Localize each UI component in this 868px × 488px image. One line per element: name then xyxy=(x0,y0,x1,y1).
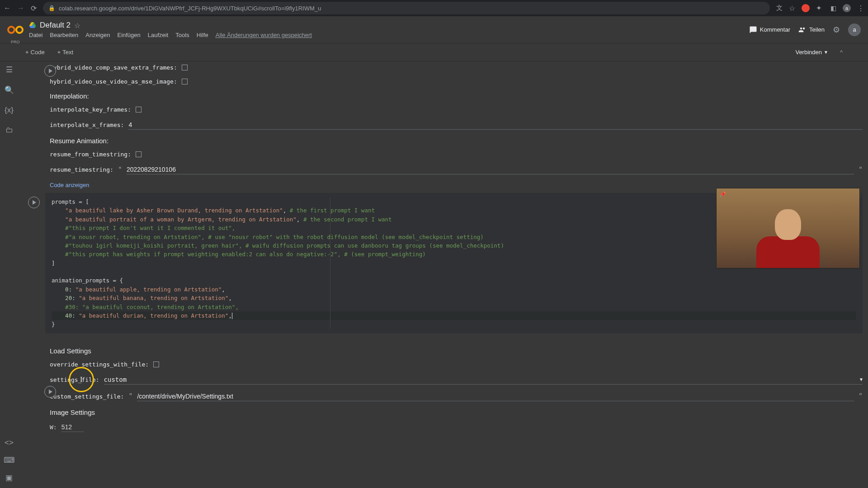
extensions-puzzle-icon[interactable]: ✦ xyxy=(816,4,824,12)
colab-logo[interactable] xyxy=(7,22,24,38)
gear-icon[interactable]: ⚙ xyxy=(833,25,840,35)
colab-header: PRO Default 2 ☆ Datei Bearbeiten Anzeige… xyxy=(0,16,868,43)
image-settings-header: Image Settings xyxy=(50,408,863,416)
add-text-button[interactable]: +Text xyxy=(54,47,77,57)
browser-menu-icon[interactable]: ⋮ xyxy=(857,4,864,13)
field-label: interpolate_x_frames: xyxy=(50,122,124,128)
quote-open: " xyxy=(128,392,132,400)
code-line[interactable]: 20: "a beautiful banana, trending on Art… xyxy=(52,294,856,302)
drive-icon xyxy=(29,22,36,29)
reload-button[interactable]: ⟳ xyxy=(31,4,37,13)
resume-header: Resume Animation: xyxy=(50,137,863,145)
code-ruler xyxy=(330,197,330,329)
document-title[interactable]: Default 2 xyxy=(40,21,71,30)
menu-datei[interactable]: Datei xyxy=(29,32,42,38)
menu-hilfe[interactable]: Hilfe xyxy=(197,32,208,38)
custom-settings-input[interactable] xyxy=(137,392,854,401)
chevron-down-icon: ▼ xyxy=(824,50,828,55)
main-content: hybrid_video_comp_save_extra_frames: hyb… xyxy=(18,61,868,488)
menu-bearbeiten[interactable]: Bearbeiten xyxy=(50,32,78,38)
quote-close: " xyxy=(859,392,863,400)
code-line[interactable]: } xyxy=(52,320,856,328)
field-label: resume_from_timestring: xyxy=(50,151,131,158)
code-line[interactable]: animation_prompts = { xyxy=(52,276,856,285)
code-line[interactable]: 40: "a beautiful durian, trending on Art… xyxy=(52,311,856,320)
menu-anzeigen[interactable]: Anzeigen xyxy=(85,32,110,38)
interpolate-x-input[interactable] xyxy=(128,120,863,130)
share-people-icon xyxy=(798,26,807,34)
quote-open: " xyxy=(118,166,122,174)
hybrid-save-extra-checkbox[interactable] xyxy=(182,65,188,70)
star-icon[interactable]: ☆ xyxy=(74,21,80,30)
field-label: resume_timestring: xyxy=(50,166,113,173)
w-input[interactable] xyxy=(61,422,84,432)
resume-from-checkbox[interactable] xyxy=(136,151,142,157)
user-avatar[interactable]: a xyxy=(848,23,861,36)
comment-button[interactable]: Kommentar xyxy=(749,26,790,34)
files-icon[interactable]: 🗀 xyxy=(5,126,13,135)
field-label: W: xyxy=(50,424,57,431)
code-line[interactable]: 0: "a beautiful apple, trending on Artst… xyxy=(52,285,856,294)
panel-icon[interactable]: ◧ xyxy=(830,5,836,12)
field-label: settings_file: xyxy=(50,376,99,383)
notebook-toolbar: +Code +Text Verbinden ▼ ^ xyxy=(0,43,868,61)
override-settings-checkbox[interactable] xyxy=(153,361,159,367)
resume-timestring-input[interactable] xyxy=(127,165,854,174)
menu-tools[interactable]: Tools xyxy=(175,32,189,38)
interpolate-key-checkbox[interactable] xyxy=(136,107,142,113)
hybrid-mse-checkbox[interactable] xyxy=(182,79,188,84)
field-label: custom_settings_file: xyxy=(50,393,124,400)
pro-badge: PRO xyxy=(11,40,20,44)
form-cell-1: hybrid_video_comp_save_extra_frames: hyb… xyxy=(27,61,863,188)
terminal-icon[interactable]: ▣ xyxy=(5,473,13,483)
pin-icon[interactable]: 📌 xyxy=(719,191,726,197)
menu-einfuegen[interactable]: Einfügen xyxy=(117,32,140,38)
code-line[interactable]: #30: "a beautiful coconut, trending on A… xyxy=(52,303,856,311)
menu-laufzeit[interactable]: Laufzeit xyxy=(148,32,169,38)
add-code-button[interactable]: +Code xyxy=(22,47,48,57)
comment-icon xyxy=(749,26,757,34)
settings-file-dropdown[interactable]: custom ▼ xyxy=(104,375,863,385)
command-palette-icon[interactable]: ⌨ xyxy=(4,455,15,465)
load-settings-header: Load Settings xyxy=(50,347,863,355)
forward-button[interactable]: → xyxy=(17,4,24,12)
url-bar[interactable]: 🔒 colab.research.google.com/drive/1DiGVa… xyxy=(43,2,770,14)
extension-icon[interactable] xyxy=(802,4,810,12)
url-text: colab.research.google.com/drive/1DiGVaNW… xyxy=(59,5,764,12)
field-label: interpolate_key_frames: xyxy=(50,106,131,113)
translate-icon[interactable]: 文 xyxy=(776,4,783,12)
run-cell-button[interactable] xyxy=(44,65,56,77)
collapse-icon[interactable]: ^ xyxy=(836,47,846,57)
quote-close: " xyxy=(859,166,863,174)
interpolation-header: Interpolation: xyxy=(50,92,863,100)
webcam-person xyxy=(756,209,820,268)
connect-button[interactable]: Verbinden ▼ xyxy=(791,47,832,57)
webcam-overlay[interactable]: 📌 xyxy=(716,188,860,268)
variables-icon[interactable]: {x} xyxy=(5,106,14,115)
field-label: hybrid_video_use_video_as_mse_image: xyxy=(50,78,177,85)
back-button[interactable]: ← xyxy=(4,4,11,12)
form-cell-load-settings: Load Settings override_settings_with_fil… xyxy=(27,338,863,432)
menu-bar: Datei Bearbeiten Anzeigen Einfügen Laufz… xyxy=(29,32,744,38)
run-cell-button[interactable] xyxy=(44,386,56,398)
browser-chrome: ← → ⟳ 🔒 colab.research.google.com/drive/… xyxy=(0,0,868,16)
browser-profile-avatar[interactable]: a xyxy=(843,4,851,12)
lock-icon: 🔒 xyxy=(48,5,55,11)
search-icon[interactable]: 🔍 xyxy=(5,85,14,95)
run-cell-button[interactable] xyxy=(28,197,40,208)
bookmark-star-icon[interactable]: ☆ xyxy=(789,4,795,13)
code-line[interactable] xyxy=(52,267,856,276)
show-code-link[interactable]: Code anzeigen xyxy=(50,182,863,188)
field-label: hybrid_video_comp_save_extra_frames: xyxy=(50,64,177,71)
field-label: override_settings_with_file: xyxy=(50,361,149,368)
code-snippets-icon[interactable]: <> xyxy=(5,438,14,447)
save-status[interactable]: Alle Änderungen wurden gespeichert xyxy=(216,32,312,38)
share-button[interactable]: Teilen xyxy=(798,26,825,34)
toc-icon[interactable]: ☰ xyxy=(6,65,13,75)
browser-extension-icons: 文 ☆ ✦ ◧ a ⋮ xyxy=(776,4,864,13)
chevron-down-icon: ▼ xyxy=(860,377,863,382)
left-sidebar: ☰ 🔍 {x} 🗀 <> ⌨ ▣ xyxy=(0,61,18,488)
